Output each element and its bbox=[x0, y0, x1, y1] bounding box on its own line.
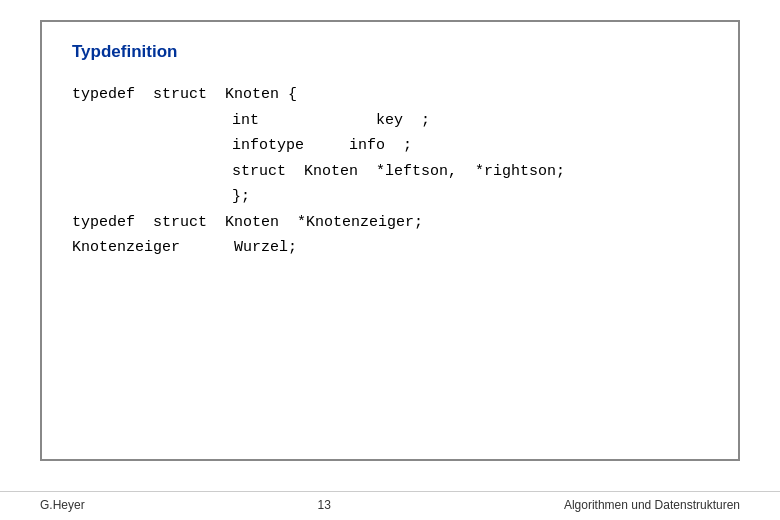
slide-container: Typdefinition typedef struct Knoten { in… bbox=[0, 0, 780, 520]
slide-content: Typdefinition typedef struct Knoten { in… bbox=[0, 0, 780, 491]
code-block: typedef struct Knoten { int key ; infoty… bbox=[72, 82, 708, 261]
slide-footer: G.Heyer 13 Algorithmen und Datenstruktur… bbox=[0, 491, 780, 520]
code-line-7: Knotenzeiger Wurzel; bbox=[72, 235, 708, 261]
code-line-2: int key ; bbox=[72, 108, 708, 134]
code-line-1: typedef struct Knoten { bbox=[72, 82, 708, 108]
section-title: Typdefinition bbox=[72, 42, 708, 62]
content-box: Typdefinition typedef struct Knoten { in… bbox=[40, 20, 740, 461]
code-line-3: infotype info ; bbox=[72, 133, 708, 159]
footer-author: G.Heyer bbox=[40, 498, 85, 512]
footer-page: 13 bbox=[318, 498, 331, 512]
code-line-4: struct Knoten *leftson, *rightson; bbox=[72, 159, 708, 185]
footer-course: Algorithmen und Datenstrukturen bbox=[564, 498, 740, 512]
code-line-5: }; bbox=[72, 184, 708, 210]
code-line-6: typedef struct Knoten *Knotenzeiger; bbox=[72, 210, 708, 236]
